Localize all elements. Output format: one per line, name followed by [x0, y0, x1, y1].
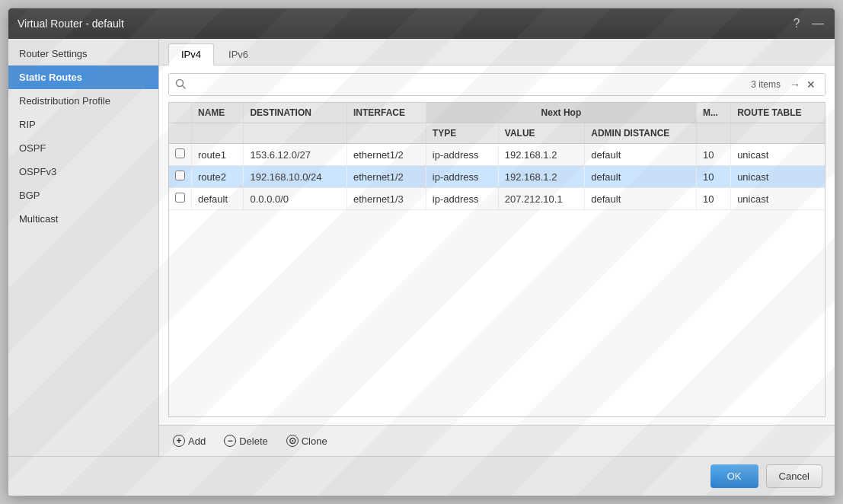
- title-bar: Virtual Router - default ? —: [8, 8, 835, 39]
- dialog-footer: OK Cancel: [8, 456, 835, 496]
- col-m-header: M...: [696, 103, 730, 123]
- sidebar-item-multicast[interactable]: Multicast: [8, 207, 158, 231]
- row-type: ip-address: [426, 166, 498, 188]
- add-label: Add: [188, 435, 206, 447]
- routes-tbody: route1 153.6.12.0/27 ethernet1/2 ip-addr…: [169, 144, 825, 210]
- row-destination: 0.0.0.0/0: [244, 188, 347, 210]
- row-m: 10: [696, 144, 730, 166]
- row-value: 192.168.1.2: [498, 144, 584, 166]
- routes-table-wrap: NAME DESTINATION INTERFACE Next Hop M...…: [168, 102, 825, 417]
- col-value-header: VALUE: [498, 123, 584, 144]
- row-admin-distance: default: [585, 188, 697, 210]
- row-checkbox[interactable]: [169, 144, 192, 166]
- col-dest-sub: [244, 123, 347, 144]
- clone-label: Clone: [302, 435, 327, 447]
- search-input[interactable]: [190, 79, 751, 91]
- sidebar-item-ospf[interactable]: OSPF: [8, 136, 158, 160]
- row-destination: 153.6.12.0/27: [244, 144, 347, 166]
- row-destination: 192.168.10.0/24: [244, 166, 347, 188]
- tab-ipv4[interactable]: IPv4: [168, 43, 214, 65]
- col-m-sub: [696, 123, 730, 144]
- row-value: 192.168.1.2: [498, 166, 584, 188]
- help-icon[interactable]: ?: [789, 16, 804, 31]
- row-checkbox[interactable]: [169, 188, 192, 210]
- search-next-button[interactable]: →: [787, 77, 803, 92]
- table-row[interactable]: default 0.0.0.0/0 ethernet1/3 ip-address…: [169, 188, 825, 210]
- sidebar: Router SettingsStatic RoutesRedistributi…: [8, 39, 159, 456]
- search-bar: 3 items → ✕: [168, 73, 825, 96]
- row-route-table: unicast: [731, 188, 825, 210]
- col-interface-header: INTERFACE: [347, 103, 426, 123]
- col-checkbox2: [169, 123, 192, 144]
- routes-table: NAME DESTINATION INTERFACE Next Hop M...…: [169, 103, 825, 210]
- col-rt-sub: [731, 123, 825, 144]
- sidebar-item-rip[interactable]: RIP: [8, 113, 158, 136]
- col-type-header: TYPE: [426, 123, 498, 144]
- col-next-hop-header: Next Hop: [426, 103, 696, 123]
- dialog-body: Router SettingsStatic RoutesRedistributi…: [8, 39, 835, 456]
- sidebar-item-bgp[interactable]: BGP: [8, 183, 158, 207]
- row-interface: ethernet1/2: [347, 166, 426, 188]
- sidebar-item-redistribution-profile[interactable]: Redistribution Profile: [8, 89, 158, 113]
- delete-button[interactable]: − Delete: [219, 432, 273, 450]
- add-icon: +: [173, 435, 185, 447]
- row-checkbox[interactable]: [169, 166, 192, 188]
- bottom-toolbar: + Add − Delete ⊙ Clone: [159, 425, 835, 456]
- row-interface: ethernet1/2: [347, 144, 426, 166]
- col-name-sub: [192, 123, 244, 144]
- sidebar-item-ospfv3[interactable]: OSPFv3: [8, 160, 158, 183]
- clone-button[interactable]: ⊙ Clone: [282, 432, 332, 450]
- sidebar-item-router-settings[interactable]: Router Settings: [8, 42, 158, 65]
- col-destination-header: DESTINATION: [244, 103, 347, 123]
- title-bar-icons: ? —: [789, 16, 825, 31]
- search-icon: [175, 78, 186, 91]
- search-count: 3 items: [751, 79, 781, 90]
- row-value: 207.212.10.1: [498, 188, 584, 210]
- cancel-button[interactable]: Cancel: [766, 464, 822, 488]
- tabs: IPv4IPv6: [159, 39, 835, 65]
- row-route-table: unicast: [731, 144, 825, 166]
- main-content: IPv4IPv6 3 items → ✕: [159, 39, 835, 456]
- add-button[interactable]: + Add: [168, 432, 210, 450]
- minimize-icon[interactable]: —: [810, 16, 825, 31]
- delete-icon: −: [224, 435, 236, 447]
- row-admin-distance: default: [585, 144, 697, 166]
- col-name-header: NAME: [192, 103, 244, 123]
- row-name: route1: [192, 144, 244, 166]
- ok-button[interactable]: OK: [710, 464, 758, 488]
- row-admin-distance: default: [585, 166, 697, 188]
- table-row[interactable]: route1 153.6.12.0/27 ethernet1/2 ip-addr…: [169, 144, 825, 166]
- tab-ipv6[interactable]: IPv6: [216, 43, 261, 65]
- virtual-router-dialog: Virtual Router - default ? — Router Sett…: [8, 8, 835, 496]
- row-interface: ethernet1/3: [347, 188, 426, 210]
- sidebar-item-static-routes[interactable]: Static Routes: [8, 65, 158, 89]
- col-checkbox: [169, 103, 192, 123]
- content-area: 3 items → ✕ NAME DESTINATION INTERFACE: [159, 65, 835, 425]
- row-type: ip-address: [426, 144, 498, 166]
- row-name: default: [192, 188, 244, 210]
- col-iface-sub: [347, 123, 426, 144]
- col-route-table-header: ROUTE TABLE: [731, 103, 825, 123]
- search-clear-button[interactable]: ✕: [803, 77, 819, 92]
- row-type: ip-address: [426, 188, 498, 210]
- row-route-table: unicast: [731, 166, 825, 188]
- delete-label: Delete: [239, 435, 268, 447]
- row-m: 10: [696, 188, 730, 210]
- col-admin-header: ADMIN DISTANCE: [585, 123, 697, 144]
- row-m: 10: [696, 166, 730, 188]
- dialog-title: Virtual Router - default: [18, 18, 124, 30]
- svg-line-1: [183, 85, 186, 88]
- clone-icon: ⊙: [286, 435, 299, 447]
- table-row[interactable]: route2 192.168.10.0/24 ethernet1/2 ip-ad…: [169, 166, 825, 188]
- row-name: route2: [192, 166, 244, 188]
